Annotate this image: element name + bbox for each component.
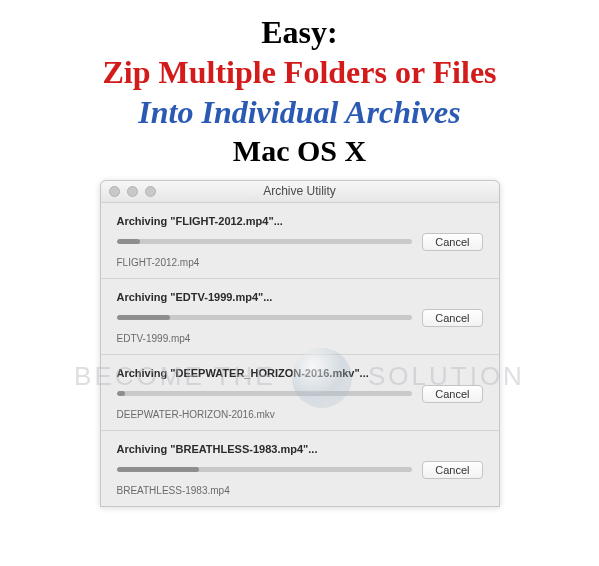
- archive-utility-window: Archive Utility Archiving "FLIGHT-2012.m…: [100, 180, 500, 507]
- progress-row: Cancel: [117, 309, 483, 327]
- progress-bar: [117, 315, 413, 320]
- zoom-icon[interactable]: [145, 186, 156, 197]
- heading-line-2: Zip Multiple Folders or Files: [0, 52, 599, 92]
- progress-fill: [117, 391, 126, 396]
- archive-filename: DEEPWATER-HORIZON-2016.mkv: [117, 409, 483, 420]
- archive-label: Archiving "FLIGHT-2012.mp4"...: [117, 215, 483, 227]
- archive-filename: FLIGHT-2012.mp4: [117, 257, 483, 268]
- cancel-button[interactable]: Cancel: [422, 461, 482, 479]
- traffic-lights: [109, 186, 156, 197]
- archive-label: Archiving "EDTV-1999.mp4"...: [117, 291, 483, 303]
- heading-block: Easy: Zip Multiple Folders or Files Into…: [0, 0, 599, 170]
- progress-fill: [117, 315, 170, 320]
- progress-row: Cancel: [117, 385, 483, 403]
- archive-label: Archiving "BREATHLESS-1983.mp4"...: [117, 443, 483, 455]
- heading-line-1: Easy:: [0, 12, 599, 52]
- window-title: Archive Utility: [101, 184, 499, 198]
- close-icon[interactable]: [109, 186, 120, 197]
- archive-filename: BREATHLESS-1983.mp4: [117, 485, 483, 496]
- archive-filename: EDTV-1999.mp4: [117, 333, 483, 344]
- heading-line-3: Into Individual Archives: [0, 92, 599, 132]
- cancel-button[interactable]: Cancel: [422, 385, 482, 403]
- archive-item: Archiving "BREATHLESS-1983.mp4"... Cance…: [101, 431, 499, 506]
- heading-line-4: Mac OS X: [0, 132, 599, 170]
- progress-row: Cancel: [117, 233, 483, 251]
- cancel-button[interactable]: Cancel: [422, 233, 482, 251]
- progress-bar: [117, 467, 413, 472]
- archive-item: Archiving "DEEPWATER_HORIZON-2016.mkv"..…: [101, 355, 499, 431]
- window-content: Archiving "FLIGHT-2012.mp4"... Cancel FL…: [101, 203, 499, 506]
- progress-row: Cancel: [117, 461, 483, 479]
- window-titlebar[interactable]: Archive Utility: [101, 181, 499, 203]
- archive-item: Archiving "EDTV-1999.mp4"... Cancel EDTV…: [101, 279, 499, 355]
- archive-item: Archiving "FLIGHT-2012.mp4"... Cancel FL…: [101, 203, 499, 279]
- minimize-icon[interactable]: [127, 186, 138, 197]
- progress-bar: [117, 239, 413, 244]
- archive-label: Archiving "DEEPWATER_HORIZON-2016.mkv"..…: [117, 367, 483, 379]
- progress-fill: [117, 239, 141, 244]
- progress-bar: [117, 391, 413, 396]
- progress-fill: [117, 467, 200, 472]
- cancel-button[interactable]: Cancel: [422, 309, 482, 327]
